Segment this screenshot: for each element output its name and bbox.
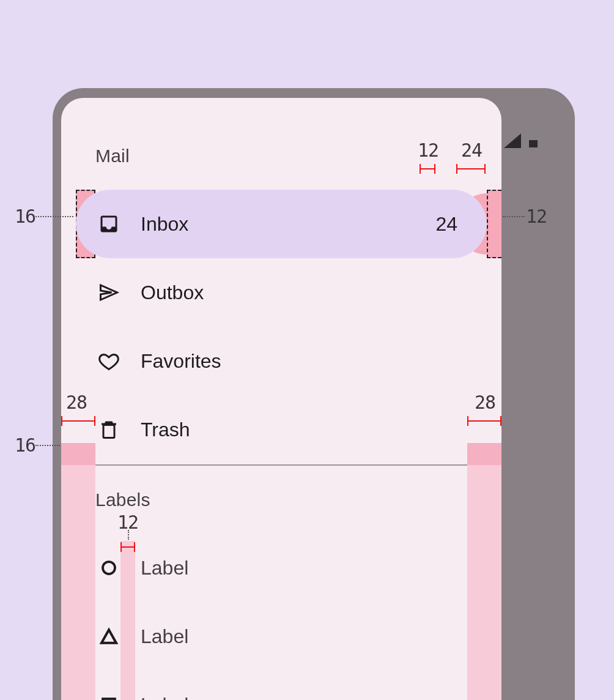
label-item-label: Label	[141, 557, 188, 579]
square-icon	[98, 694, 120, 700]
nav-item-trash[interactable]: Trash	[76, 395, 487, 464]
circle-icon	[98, 557, 120, 579]
label-item-square[interactable]: Label	[98, 671, 467, 700]
label-item-label: Label	[141, 694, 188, 701]
heart-icon	[98, 350, 120, 372]
svg-rect-2	[529, 140, 538, 147]
spec-leader	[503, 216, 525, 217]
nav-item-badge: 24	[435, 213, 457, 236]
spec-value-12: 12	[418, 140, 438, 161]
triangle-icon	[98, 625, 120, 647]
spec-hbar	[420, 164, 435, 174]
spec-hbar	[467, 416, 501, 426]
label-item-triangle[interactable]: Label	[98, 602, 467, 671]
spec-value-16: 16	[15, 206, 35, 227]
spec-margin-right	[467, 443, 501, 700]
spec-value-16: 16	[15, 434, 35, 456]
spec-leader	[35, 216, 73, 217]
phone-frame: Mail Labels Inbox 24 Outbox	[53, 88, 575, 700]
signal-icon	[504, 133, 521, 148]
spec-value-28: 28	[475, 392, 495, 413]
spec-leader	[128, 530, 129, 540]
label-item-label: Label	[141, 625, 188, 648]
label-item-circle[interactable]: Label	[98, 534, 467, 602]
section-header-labels: Labels	[95, 490, 150, 510]
navigation-drawer: Mail Labels Inbox 24 Outbox	[61, 98, 501, 700]
status-bar	[504, 131, 538, 148]
nav-item-favorites[interactable]: Favorites	[76, 327, 487, 395]
svg-point-3	[103, 562, 115, 574]
svg-rect-0	[531, 131, 535, 133]
divider	[95, 464, 467, 466]
spec-value-24: 24	[461, 140, 482, 161]
section-header-mail: Mail	[95, 146, 130, 166]
spec-hbar	[120, 542, 135, 552]
nav-item-label: Inbox	[141, 213, 188, 236]
nav-item-label: Outbox	[141, 281, 204, 304]
send-icon	[98, 281, 120, 303]
spec-leader	[35, 445, 60, 446]
spec-margin-left	[61, 443, 95, 700]
inbox-icon	[98, 213, 120, 235]
spec-value-28: 28	[66, 392, 87, 413]
trash-icon	[98, 419, 120, 441]
spec-value-12: 12	[526, 206, 547, 227]
battery-icon	[528, 131, 538, 148]
nav-item-label: Favorites	[141, 350, 221, 373]
spec-hbar	[456, 164, 486, 174]
spec-dash-right	[487, 190, 501, 258]
spec-hbar	[61, 416, 95, 426]
nav-item-outbox[interactable]: Outbox	[76, 258, 487, 327]
nav-item-label: Trash	[141, 419, 190, 441]
nav-item-inbox[interactable]: Inbox 24	[76, 190, 487, 258]
